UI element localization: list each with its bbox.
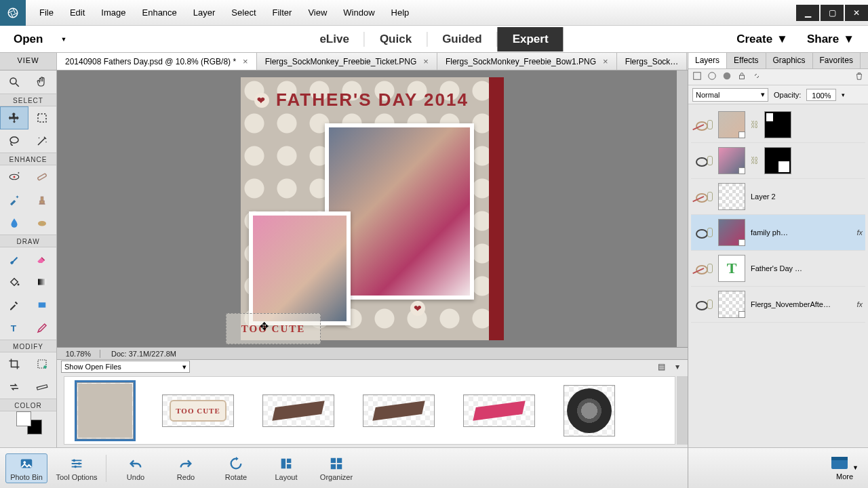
layer-thumbnail[interactable] bbox=[718, 147, 745, 174]
clone-stamp-tool[interactable] bbox=[28, 188, 57, 211]
crop-tool[interactable] bbox=[0, 352, 28, 375]
link-layers-icon[interactable] bbox=[752, 71, 762, 83]
tab-layers[interactable]: Layers bbox=[688, 53, 727, 68]
undo-button[interactable]: Undo bbox=[115, 454, 157, 483]
create-button[interactable]: Create▼ bbox=[736, 33, 788, 46]
spot-heal-tool[interactable] bbox=[28, 165, 57, 188]
menu-layer[interactable]: Layer bbox=[185, 1, 224, 24]
adjustment-layer-icon[interactable] bbox=[722, 71, 732, 83]
link-icon[interactable] bbox=[707, 156, 713, 165]
move-tool[interactable] bbox=[0, 106, 28, 129]
eraser-tool[interactable] bbox=[28, 247, 57, 270]
menu-file[interactable]: File bbox=[31, 1, 62, 24]
tooloptions-button[interactable]: Tool Options bbox=[56, 454, 98, 483]
menu-edit[interactable]: Edit bbox=[62, 1, 93, 24]
mode-elive[interactable]: eLive bbox=[304, 28, 363, 50]
rotate-button[interactable]: Rotate bbox=[215, 454, 257, 483]
visibility-toggle[interactable] bbox=[696, 265, 705, 272]
menu-view[interactable]: View bbox=[300, 1, 335, 24]
new-layer-icon[interactable] bbox=[692, 71, 702, 83]
visibility-toggle[interactable] bbox=[696, 229, 705, 236]
layer-thumbnail[interactable] bbox=[718, 111, 745, 138]
close-icon[interactable]: × bbox=[423, 56, 429, 66]
sponge-tool[interactable] bbox=[28, 211, 57, 235]
dragged-ticket-element[interactable]: TOO CUTE bbox=[226, 313, 321, 344]
zoom-level[interactable]: 10.78% bbox=[57, 350, 100, 358]
organizer-button[interactable]: Organizer bbox=[315, 454, 357, 483]
content-aware-tool[interactable] bbox=[0, 375, 28, 399]
layer-row-2[interactable]: Layer 2 bbox=[691, 179, 865, 215]
bin-scrollbar[interactable] bbox=[677, 376, 688, 445]
layer-name[interactable]: family ph… bbox=[751, 228, 851, 237]
tab-graphics[interactable]: Graphics bbox=[766, 53, 813, 68]
color-swatches[interactable] bbox=[0, 411, 56, 436]
layer-row-3[interactable]: family ph… fx bbox=[691, 215, 865, 251]
gradient-tool[interactable] bbox=[28, 270, 57, 293]
bin-thumb-layout[interactable] bbox=[77, 382, 134, 439]
layer-name[interactable]: Layer 2 bbox=[751, 192, 863, 201]
layer-row-5[interactable]: Flergs_NovemberAfte… fx bbox=[691, 287, 865, 323]
bin-filter-dropdown[interactable]: Show Open Files ▾ bbox=[61, 361, 190, 373]
bin-thumb-tire[interactable] bbox=[564, 385, 615, 436]
chevron-down-icon[interactable]: ▾ bbox=[842, 92, 845, 98]
share-button[interactable]: Share▼ bbox=[807, 33, 854, 46]
smart-brush-tool[interactable] bbox=[0, 188, 28, 211]
layout-button[interactable]: Layout bbox=[265, 454, 307, 483]
shape-tool[interactable] bbox=[28, 293, 57, 317]
layer-mask-thumbnail[interactable] bbox=[764, 147, 791, 174]
layer-row-4[interactable]: T Father's Day … bbox=[691, 251, 865, 287]
menu-image[interactable]: Image bbox=[93, 1, 134, 24]
doc-tab-2[interactable]: Flergs_SockMonkey_Freebie_Bow1.PNG × bbox=[437, 53, 617, 70]
type-tool[interactable]: T bbox=[0, 317, 28, 340]
photobin-button[interactable]: Photo Bin bbox=[5, 453, 47, 483]
minimize-button[interactable]: ▁ bbox=[796, 5, 819, 21]
menu-enhance[interactable]: Enhance bbox=[134, 1, 185, 24]
menu-filter[interactable]: Filter bbox=[264, 1, 300, 24]
layer-thumbnail[interactable] bbox=[718, 219, 745, 246]
vertical-scrollbar[interactable] bbox=[677, 70, 688, 347]
doc-tab-0[interactable]: 20140908 Fathers Day.psd @ 10.8% (RGB/8)… bbox=[57, 53, 257, 70]
layer-name[interactable]: Flergs_NovemberAfte… bbox=[751, 300, 851, 308]
menu-help[interactable]: Help bbox=[383, 1, 418, 24]
lasso-tool[interactable] bbox=[0, 129, 28, 152]
lock-layer-icon[interactable] bbox=[737, 71, 747, 83]
link-icon[interactable] bbox=[707, 300, 713, 309]
bin-thumb-bow2[interactable] bbox=[363, 394, 435, 427]
link-icon[interactable] bbox=[707, 264, 713, 273]
redo-button[interactable]: Redo bbox=[165, 454, 207, 483]
bin-thumb-bow3[interactable] bbox=[463, 394, 535, 427]
recompose-tool[interactable] bbox=[28, 352, 57, 375]
bin-thumb-bow1[interactable] bbox=[262, 394, 334, 427]
visibility-toggle[interactable] bbox=[696, 193, 705, 200]
visibility-toggle[interactable] bbox=[696, 301, 705, 308]
new-group-icon[interactable] bbox=[707, 71, 717, 83]
visibility-toggle[interactable] bbox=[696, 157, 705, 164]
link-icon[interactable] bbox=[707, 228, 713, 237]
eyedropper-tool[interactable] bbox=[0, 293, 28, 317]
layer-thumbnail[interactable] bbox=[718, 183, 745, 210]
hand-tool[interactable] bbox=[28, 70, 57, 94]
marquee-tool[interactable] bbox=[28, 106, 56, 129]
layer-mask-thumbnail[interactable] bbox=[764, 111, 791, 138]
close-icon[interactable]: × bbox=[603, 56, 608, 66]
tab-effects[interactable]: Effects bbox=[727, 53, 766, 68]
quick-select-tool[interactable] bbox=[28, 129, 57, 152]
bin-menu-icon[interactable]: ▤ bbox=[655, 361, 667, 372]
layer-row-0[interactable]: ⛓ bbox=[691, 107, 865, 143]
maximize-button[interactable]: ▢ bbox=[821, 5, 844, 21]
visibility-toggle[interactable] bbox=[696, 121, 705, 128]
document-info[interactable]: Doc: 37.1M/227.8M bbox=[100, 350, 176, 358]
opacity-value[interactable]: 100% bbox=[806, 89, 836, 101]
mode-guided[interactable]: Guided bbox=[427, 28, 497, 50]
link-icon[interactable] bbox=[707, 120, 713, 129]
bin-flyout-icon[interactable]: ▾ bbox=[671, 361, 684, 372]
bin-thumb-ticket[interactable]: TOO CUTE bbox=[162, 394, 234, 427]
close-icon[interactable]: × bbox=[243, 56, 248, 66]
pencil-tool[interactable] bbox=[28, 317, 57, 340]
foreground-color-swatch[interactable] bbox=[16, 411, 31, 426]
layer-thumbnail[interactable] bbox=[718, 291, 745, 318]
document-canvas[interactable]: ❤ FATHER'S DAY 2014 ❤ TOO CUTE ✥ bbox=[241, 77, 504, 340]
canvas-area[interactable]: ❤ FATHER'S DAY 2014 ❤ TOO CUTE ✥ 10.78% … bbox=[57, 70, 688, 359]
fx-badge[interactable]: fx bbox=[856, 300, 863, 308]
close-button[interactable]: ✕ bbox=[845, 5, 868, 21]
